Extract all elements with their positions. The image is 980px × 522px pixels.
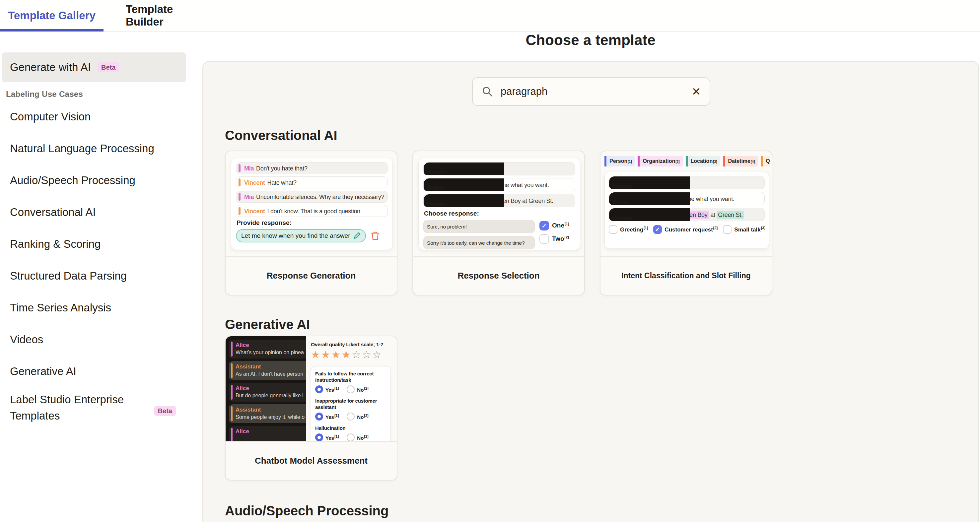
entity-tags-row: Person[1] Organization[2] Location[3] Da… — [605, 156, 770, 167]
speaker-name: Assistant — [235, 406, 306, 413]
tag-location: Location[3] — [686, 156, 720, 167]
checkbox-checked-icon: ✓ — [653, 225, 662, 234]
tab-label: Template Gallery — [8, 9, 95, 22]
checkbox-unchecked-icon — [723, 225, 732, 234]
chat-bubble: RobotNice to meet you man! Tell me what … — [423, 178, 575, 191]
chat-bubble: HumanOrder me a pizza from Golden Boy at… — [423, 194, 575, 207]
template-title: Chatbot Model Assessment — [226, 441, 397, 480]
speaker-name: Human — [424, 194, 504, 207]
sidebar-item-computer-vision[interactable]: Computer Vision — [2, 101, 186, 133]
trash-icon — [371, 231, 380, 241]
template-card-response-selection[interactable]: HumanHi, Robot! RobotNice to meet you ma… — [412, 151, 585, 295]
sidebar-item-videos[interactable]: Videos — [2, 324, 186, 355]
template-gallery-panel: ✕ Conversational AI MiaDon't you hate th… — [202, 61, 979, 522]
message-text: As an AI, I don't have person — [235, 371, 306, 378]
speaker-marker — [239, 207, 240, 215]
chat-panel: MiaDon't you hate that? VincentHate what… — [231, 158, 393, 250]
radio-row: Yes[1] No[2] — [315, 386, 387, 393]
speaker-name: Alice — [235, 428, 306, 435]
speaker-name: Vincent — [244, 179, 265, 186]
chat-bubble: MiaUncomfortable silences. Why are they … — [236, 191, 388, 203]
template-title: Response Generation — [226, 256, 397, 295]
star-empty-icon: ☆ — [352, 349, 362, 360]
sidebar-item-generative-ai[interactable]: Generative AI — [2, 355, 186, 387]
speaker-marker — [239, 164, 240, 172]
sidebar-item-generate-with-ai[interactable]: Generate with AI Beta — [2, 52, 186, 82]
dark-chat-panel: Alice What's your opinion on pinea Assis… — [226, 336, 306, 441]
template-preview: Alice What's your opinion on pinea Assis… — [226, 336, 397, 441]
chat-bubble: Alice But do people generally like i — [229, 383, 306, 401]
search-icon — [481, 86, 493, 97]
message-text: Don't you hate that? — [256, 165, 307, 172]
template-title: Intent Classification and Slot Filling — [600, 256, 772, 295]
sidebar-item-enterprise-templates[interactable]: Label Studio Enterprise Templates Beta — [2, 387, 186, 441]
beta-badge: Beta — [97, 62, 119, 72]
template-preview: Person[1] Organization[2] Location[3] Da… — [600, 151, 772, 256]
speaker-name: Vincent — [244, 208, 265, 214]
sidebar-item-label: Generate with AI — [10, 61, 91, 74]
checkbox-checked-icon: ✓ — [539, 221, 549, 230]
tag-quantity: Quantity[5] — [761, 156, 770, 167]
speaker-name: Alice — [235, 342, 306, 349]
section-title-conversational-ai: Conversational AI — [225, 128, 337, 143]
message-text: But do people generally like i — [235, 393, 306, 399]
sidebar-group-label: Labeling Use Cases — [6, 87, 186, 101]
section-title-audio-speech: Audio/Speech Processing — [225, 503, 388, 518]
sidebar-item-conversational-ai[interactable]: Conversational AI — [2, 196, 186, 228]
speaker-marker — [231, 406, 232, 421]
template-card-response-generation[interactable]: MiaDon't you hate that? VincentHate what… — [225, 151, 398, 295]
speaker-marker — [239, 178, 240, 186]
template-card-chatbot-assessment[interactable]: Alice What's your opinion on pinea Assis… — [225, 336, 398, 481]
speaker-marker — [231, 428, 232, 441]
template-card-intent-classification[interactable]: Person[1] Organization[2] Location[3] Da… — [600, 151, 772, 295]
radio-no: No[2] — [347, 433, 368, 441]
top-tab-bar: Template Gallery Template Builder — [0, 0, 980, 32]
template-title: Response Selection — [413, 256, 584, 295]
sidebar-list: Computer Vision Natural Language Process… — [2, 101, 186, 441]
response-option: Sure, no problem! — [423, 220, 535, 233]
search-input[interactable] — [501, 86, 684, 97]
message-text: Hate what? — [267, 179, 297, 186]
chat-bubble: HumanHi, Robot! — [423, 162, 575, 175]
radio-selected-icon — [315, 413, 323, 420]
speaker-marker — [239, 193, 240, 201]
clear-search-button[interactable]: ✕ — [692, 86, 701, 97]
response-options: Sure, no problem! Sorry it's too early, … — [423, 220, 575, 252]
radio-yes: Yes[1] — [315, 413, 339, 420]
sidebar-item-structured-data[interactable]: Structured Data Parsing — [2, 260, 186, 292]
tab-template-builder[interactable]: Template Builder — [126, 0, 208, 31]
radio-row: Yes[1] No[2] — [315, 433, 387, 441]
radio-no: No[2] — [347, 386, 368, 393]
radio-row: Yes[1] No[2] — [315, 413, 387, 420]
response-row: Let me know when you find the answer — [236, 229, 388, 243]
provide-response-label: Provide response: — [237, 219, 388, 227]
radio-unselected-icon — [347, 433, 355, 441]
sidebar-item-nlp[interactable]: Natural Language Processing — [2, 133, 186, 165]
chat-bubble: Assistant As an AI, I don't have person — [229, 361, 306, 380]
tab-template-gallery[interactable]: Template Gallery — [0, 0, 103, 31]
chat-bubble: VincentHate what? — [236, 176, 388, 188]
beta-badge: Beta — [154, 406, 176, 416]
message-text: What's your opinion on pinea — [235, 349, 306, 356]
speaker-marker — [231, 363, 232, 378]
question-label: Fails to follow the correct instruction/… — [315, 370, 387, 383]
choice-label: Two[2] — [552, 235, 569, 243]
sidebar-item-time-series[interactable]: Time Series Analysis — [2, 292, 186, 324]
tag-color-bar — [723, 156, 725, 167]
star-empty-icon: ☆ — [372, 349, 382, 360]
message-text: Uncomfortable silences. Why are they nec… — [256, 194, 384, 200]
assessment-questions-box: Fails to follow the correct instruction/… — [311, 366, 391, 441]
message-text: I don't know. That is a good question. — [267, 208, 362, 214]
choice-label: Customer request[2] — [665, 226, 718, 233]
chat-bubble: RobotNice to meet you man! Tell me what … — [609, 192, 765, 205]
template-preview: HumanHi, Robot! RobotNice to meet you ma… — [413, 151, 584, 256]
choice-column: ✓ One[1] Two[2] — [539, 220, 569, 244]
sidebar-item-audio-speech[interactable]: Audio/Speech Processing — [2, 165, 186, 196]
speaker-marker — [231, 341, 232, 357]
sidebar-item-ranking-scoring[interactable]: Ranking & Scoring — [2, 228, 186, 260]
star-filled-icon: ★ — [341, 349, 352, 360]
speaker-name: Human — [609, 208, 690, 221]
choice-one: ✓ One[1] — [539, 221, 569, 230]
likert-label: Overall quality Likert scale; 1-7 — [311, 341, 397, 347]
choose-response-label: Choose response: — [424, 210, 575, 217]
